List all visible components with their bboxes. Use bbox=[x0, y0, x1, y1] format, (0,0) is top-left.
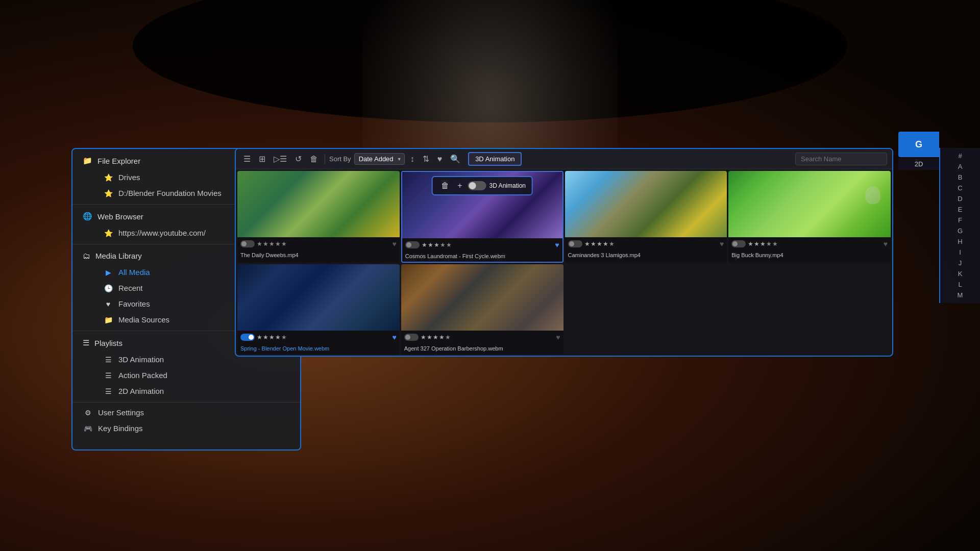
2d-animation-label: 2D Animation bbox=[118, 387, 290, 395]
card-delete-btn[interactable]: 🗑 bbox=[438, 180, 452, 191]
alpha-j[interactable]: J bbox=[940, 258, 980, 268]
alpha-b[interactable]: B bbox=[940, 172, 980, 183]
star-c3: ★ bbox=[434, 241, 439, 248]
stars-dweebs: ★ ★ ★ ★ ★ bbox=[257, 240, 287, 247]
sidebar-item-action-packed[interactable]: ☰ Action Packed bbox=[93, 367, 300, 383]
star-ca5: ★ bbox=[609, 240, 615, 247]
alpha-f[interactable]: F bbox=[940, 215, 980, 226]
star-ca2: ★ bbox=[591, 240, 596, 247]
playlists-label: Playlists bbox=[94, 339, 122, 347]
search-input[interactable] bbox=[795, 153, 887, 165]
play-icon: ▶ bbox=[103, 268, 113, 277]
media-grid: ★ ★ ★ ★ ★ ♥ The Daily Dweebs.mp4 🗑 + 3D bbox=[236, 169, 892, 356]
star-2: ★ bbox=[263, 240, 268, 247]
card-footer-agent327: ★ ★ ★ ★ ★ ♥ bbox=[401, 331, 564, 344]
alpha-c[interactable]: C bbox=[940, 183, 980, 193]
alpha-l[interactable]: L bbox=[940, 279, 980, 290]
toggle-caminandes[interactable] bbox=[568, 240, 582, 247]
card-toggle-cosmos[interactable] bbox=[468, 181, 486, 190]
heart-dweebs[interactable]: ♥ bbox=[392, 240, 396, 248]
sort-asc-icon[interactable]: ↕ bbox=[408, 153, 417, 165]
toggle-bigbuck[interactable] bbox=[731, 240, 746, 247]
thumb-dweebs bbox=[237, 171, 400, 237]
star-c1: ★ bbox=[422, 241, 427, 248]
playlist-view-icon[interactable]: ▷☰ bbox=[271, 153, 289, 165]
heart-cosmos[interactable]: ♥ bbox=[555, 241, 559, 249]
alpha-e[interactable]: E bbox=[940, 204, 980, 215]
bottom-settings-section: ⚙ User Settings 🎮 Key Bindings bbox=[72, 402, 300, 439]
card-footer-caminandes: ★ ★ ★ ★ ★ ♥ bbox=[565, 237, 727, 251]
alpha-hash[interactable]: # bbox=[940, 151, 980, 161]
sort-dropdown[interactable]: Date Added Name Duration bbox=[354, 153, 405, 165]
toggle-agent327[interactable] bbox=[404, 334, 419, 341]
toggle-dweebs[interactable] bbox=[240, 240, 255, 247]
heart-filter-icon[interactable]: ♥ bbox=[435, 153, 445, 165]
alpha-k[interactable]: K bbox=[940, 268, 980, 279]
right-2d-label: 2D bbox=[898, 158, 939, 170]
card-footer-dweebs: ★ ★ ★ ★ ★ ♥ bbox=[237, 237, 400, 251]
sort-desc-icon[interactable]: ⇅ bbox=[420, 153, 432, 165]
heart-bigbuck[interactable]: ♥ bbox=[884, 240, 888, 248]
grid-view-icon[interactable]: ⊞ bbox=[256, 153, 268, 165]
media-card-caminandes[interactable]: ★ ★ ★ ★ ★ ♥ Caminandes 3 Llamigos.mp4 bbox=[565, 171, 727, 263]
stars-bigbuck: ★ ★ ★ ★ ★ bbox=[748, 240, 778, 247]
list-view-icon[interactable]: ☰ bbox=[241, 153, 253, 165]
media-card-spring[interactable]: ★ ★ ★ ★ ★ ♥ Spring - Blender Open Movie.… bbox=[237, 264, 400, 354]
sort-dropdown-wrapper[interactable]: Date Added Name Duration bbox=[354, 153, 405, 165]
media-card-bigbuck[interactable]: ★ ★ ★ ★ ★ ♥ Big Buck Bunny.mp4 bbox=[728, 171, 891, 263]
star-s4: ★ bbox=[275, 334, 281, 341]
star-a5: ★ bbox=[445, 334, 451, 341]
star-ca3: ★ bbox=[597, 240, 602, 247]
toolbar: ☰ ⊞ ▷☰ ↺ 🗑 Sort By Date Added Name Durat… bbox=[236, 149, 892, 169]
playlist-item-icon-2: ☰ bbox=[103, 371, 113, 380]
toggle-cosmos[interactable] bbox=[405, 241, 420, 248]
thumb-agent327 bbox=[401, 264, 564, 331]
heart-agent327[interactable]: ♥ bbox=[556, 333, 560, 341]
filename-dweebs: The Daily Dweebs.mp4 bbox=[237, 251, 400, 261]
heart-spring[interactable]: ♥ bbox=[392, 333, 396, 341]
star-b4: ★ bbox=[766, 240, 772, 247]
media-card-agent327[interactable]: ★ ★ ★ ★ ★ ♥ Agent 327 Operation Barbersh… bbox=[401, 264, 564, 354]
star-a2: ★ bbox=[427, 334, 432, 341]
toggle-spring[interactable] bbox=[240, 334, 255, 341]
media-card-dweebs[interactable]: ★ ★ ★ ★ ★ ♥ The Daily Dweebs.mp4 bbox=[237, 171, 400, 263]
thumb-caminandes bbox=[565, 171, 727, 237]
star-5: ★ bbox=[281, 240, 287, 247]
card-add-btn[interactable]: + bbox=[455, 180, 464, 191]
playlist-item-icon: ☰ bbox=[103, 356, 113, 364]
search-icon[interactable]: 🔍 bbox=[448, 153, 463, 165]
key-bindings-label: Key Bindings bbox=[98, 424, 290, 433]
playlist-badge: 3D Animation bbox=[468, 152, 522, 166]
star-icon-2: ⭐ bbox=[103, 189, 113, 197]
star-c5: ★ bbox=[446, 241, 452, 248]
clock-icon: 🕒 bbox=[103, 284, 113, 292]
card-footer-bigbuck: ★ ★ ★ ★ ★ ♥ bbox=[728, 237, 891, 251]
sidebar-item-key-bindings[interactable]: 🎮 Key Bindings bbox=[72, 420, 300, 436]
star-icon: ⭐ bbox=[103, 173, 113, 182]
main-content: ☰ ⊞ ▷☰ ↺ 🗑 Sort By Date Added Name Durat… bbox=[235, 148, 893, 357]
filename-bigbuck: Big Buck Bunny.mp4 bbox=[728, 251, 891, 261]
sidebar-item-user-settings[interactable]: ⚙ User Settings bbox=[72, 405, 300, 420]
sidebar-item-2d-animation[interactable]: ☰ 2D Animation bbox=[93, 383, 300, 399]
alpha-a[interactable]: A bbox=[940, 161, 980, 172]
star-1: ★ bbox=[257, 240, 262, 247]
star-a4: ★ bbox=[439, 334, 445, 341]
delete-icon[interactable]: 🗑 bbox=[307, 153, 321, 165]
star-3: ★ bbox=[269, 240, 275, 247]
alpha-g[interactable]: G bbox=[940, 226, 980, 236]
alpha-h[interactable]: H bbox=[940, 236, 980, 247]
alpha-d[interactable]: D bbox=[940, 193, 980, 204]
card-footer-spring: ★ ★ ★ ★ ★ ♥ bbox=[237, 331, 400, 344]
stars-agent327: ★ ★ ★ ★ ★ bbox=[421, 334, 451, 341]
heart-caminandes[interactable]: ♥ bbox=[720, 240, 724, 248]
refresh-icon[interactable]: ↺ bbox=[292, 153, 304, 165]
media-card-cosmos[interactable]: 🗑 + 3D Animation ★ ★ ★ ★ ★ ♥ Cosmos Laun… bbox=[401, 171, 564, 263]
alpha-i[interactable]: I bbox=[940, 247, 980, 258]
star-4: ★ bbox=[275, 240, 281, 247]
alpha-m[interactable]: M bbox=[940, 290, 980, 300]
toggle-knob-cosmos bbox=[469, 182, 476, 189]
star-s3: ★ bbox=[269, 334, 275, 341]
star-s1: ★ bbox=[257, 334, 262, 341]
right-nav-button[interactable]: G bbox=[898, 132, 939, 157]
star-b1: ★ bbox=[748, 240, 753, 247]
